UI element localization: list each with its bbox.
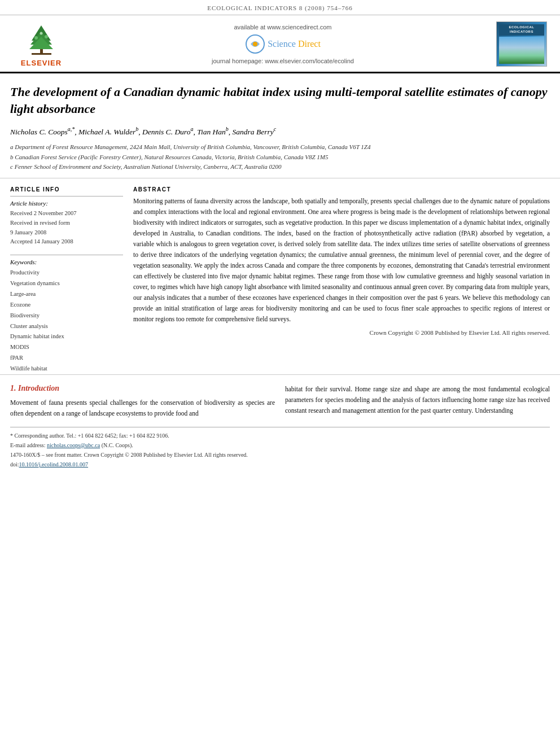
author-4: Tian Han bbox=[197, 128, 226, 136]
author-5-sup: c bbox=[274, 126, 276, 132]
intro-left-text: Movement of fauna presents special chall… bbox=[10, 397, 275, 419]
article-abstract-section: ARTICLE INFO Article history: Received 2… bbox=[0, 178, 560, 375]
sciencedirect-icon bbox=[245, 34, 265, 54]
abstract-column: ABSTRACT Monitoring patterns of fauna di… bbox=[133, 186, 550, 374]
journal-info-bar: ECOLOGICAL INDICATORS 8 (2008) 754–766 bbox=[0, 0, 560, 15]
cover-title: ECOLOGICALINDICATORS bbox=[499, 24, 544, 36]
author-sep-2: , bbox=[138, 128, 142, 136]
paper-title: The development of a Canadian dynamic ha… bbox=[10, 84, 550, 117]
author-5: Sandra Berry bbox=[233, 128, 274, 136]
elsevier-logo: ELSEVIER bbox=[10, 21, 72, 67]
elsevier-tree-icon bbox=[20, 21, 63, 58]
authors-line: Nicholas C. Coopsa,*, Michael A. Wulderb… bbox=[10, 125, 550, 138]
keywords-title: Keywords: bbox=[10, 259, 123, 265]
sciencedirect-logo: ScienceDirect bbox=[245, 34, 321, 54]
cover-image-area bbox=[499, 37, 544, 64]
footer-doi-label: doi: bbox=[10, 461, 19, 468]
cover-image: ECOLOGICALINDICATORS bbox=[496, 21, 547, 67]
journal-cover: ECOLOGICALINDICATORS bbox=[493, 21, 550, 67]
article-info-label: ARTICLE INFO bbox=[10, 186, 123, 193]
svg-point-5 bbox=[34, 36, 38, 40]
elsevier-brand-text: ELSEVIER bbox=[21, 59, 62, 67]
intro-right-col: habitat for their survival. Home range s… bbox=[285, 384, 550, 419]
keyword-4: Ecozone bbox=[10, 300, 123, 311]
journal-homepage-text: journal homepage: www.elsevier.com/locat… bbox=[212, 58, 354, 64]
keyword-10: Wildlife habitat bbox=[10, 364, 123, 374]
header-section: ELSEVIER available at www.sciencedirect.… bbox=[0, 15, 560, 73]
copyright-line: Crown Copyright © 2008 Published by Else… bbox=[133, 329, 550, 336]
footer-issn: 1470-160X/$ – see front matter. Crown Co… bbox=[10, 450, 550, 460]
author-1-sup: a,* bbox=[68, 126, 75, 132]
footer-email-label: E-mail address: bbox=[10, 442, 47, 448]
footer-section: * Corresponding author. Tel.: +1 604 822… bbox=[10, 427, 550, 475]
article-history-title: Article history: bbox=[10, 200, 123, 207]
received-date: Received 2 November 2007 bbox=[10, 209, 123, 219]
sd-science-text: Science bbox=[268, 39, 296, 49]
author-sep-1: , bbox=[75, 128, 78, 136]
footer-email-line: E-mail address: nicholas.coops@ubc.ca (N… bbox=[10, 440, 550, 450]
keyword-3: Large-area bbox=[10, 289, 123, 300]
footer-doi-line: doi:10.1016/j.ecolind.2008.01.007 bbox=[10, 460, 550, 469]
intro-heading: 1. Introduction bbox=[10, 384, 275, 393]
available-text: available at www.sciencedirect.com bbox=[234, 24, 331, 30]
keyword-1: Productivity bbox=[10, 268, 123, 278]
author-sep-4: , bbox=[229, 128, 233, 136]
keywords-block: Keywords: Productivity Vegetation dynami… bbox=[10, 255, 123, 374]
affil-a: a Department of Forest Resource Manageme… bbox=[10, 142, 550, 152]
svg-point-9 bbox=[253, 42, 257, 46]
sd-direct-text: Direct bbox=[298, 39, 321, 49]
keyword-5: Biodiversity bbox=[10, 311, 123, 321]
footer-email-link[interactable]: nicholas.coops@ubc.ca bbox=[47, 442, 100, 448]
affil-c: c Fenner School of Environment and Socie… bbox=[10, 162, 550, 172]
keyword-9: fPAR bbox=[10, 353, 123, 364]
revised-date-1: Received in revised form bbox=[10, 219, 123, 228]
article-history-block: Article history: Received 2 November 200… bbox=[10, 196, 123, 247]
introduction-section: 1. Introduction Movement of fauna presen… bbox=[0, 375, 560, 419]
keyword-7: Dynamic habitat index bbox=[10, 331, 123, 342]
article-info-column: ARTICLE INFO Article history: Received 2… bbox=[10, 186, 123, 374]
svg-point-6 bbox=[45, 35, 48, 38]
title-section: The development of a Canadian dynamic ha… bbox=[0, 73, 560, 178]
intro-number: 1. bbox=[10, 384, 16, 392]
abstract-text: Monitoring patterns of fauna diversity a… bbox=[133, 196, 550, 325]
affil-b: b Canadian Forest Service (Pacific Fores… bbox=[10, 152, 550, 163]
keyword-8: MODIS bbox=[10, 342, 123, 353]
keyword-6: Cluster analysis bbox=[10, 321, 123, 332]
revised-date-2: 9 January 2008 bbox=[10, 228, 123, 238]
accepted-date: Accepted 14 January 2008 bbox=[10, 237, 123, 247]
footer-corresponding: * Corresponding author. Tel.: +1 604 822… bbox=[10, 431, 550, 440]
svg-rect-1 bbox=[32, 53, 51, 55]
keyword-2: Vegetation dynamics bbox=[10, 278, 123, 289]
intro-left-col: 1. Introduction Movement of fauna presen… bbox=[10, 384, 275, 419]
author-1: Nicholas C. Coops bbox=[10, 128, 68, 136]
author-2: Michael A. Wulder bbox=[78, 128, 135, 136]
page-wrapper: ECOLOGICAL INDICATORS 8 (2008) 754–766 E… bbox=[0, 0, 560, 475]
svg-point-7 bbox=[40, 32, 42, 35]
footer-doi-link[interactable]: 10.1016/j.ecolind.2008.01.007 bbox=[19, 461, 89, 468]
header-center: available at www.sciencedirect.com Scien… bbox=[78, 24, 488, 64]
footer-email-suffix: (N.C. Coops). bbox=[100, 442, 133, 448]
abstract-label: ABSTRACT bbox=[133, 186, 550, 193]
intro-right-text: habitat for their survival. Home range s… bbox=[285, 384, 550, 416]
intro-title: Introduction bbox=[18, 384, 59, 392]
affiliations: a Department of Forest Resource Manageme… bbox=[10, 142, 550, 172]
author-3: Dennis C. Duro bbox=[142, 128, 190, 136]
journal-info-text: ECOLOGICAL INDICATORS 8 (2008) 754–766 bbox=[207, 5, 352, 11]
